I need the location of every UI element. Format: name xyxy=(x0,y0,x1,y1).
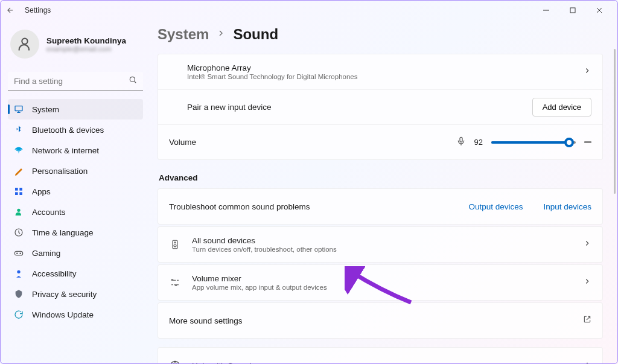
chevron-right-icon xyxy=(583,277,591,288)
minimize-button[interactable] xyxy=(533,2,559,19)
profile-email: example@email.com xyxy=(46,45,126,53)
svg-point-17 xyxy=(174,242,176,243)
all-sound-devices-card[interactable]: All sound devices Turn devices on/off, t… xyxy=(158,226,603,263)
input-devices-link[interactable]: Input devices xyxy=(543,202,591,211)
nav-icon xyxy=(14,228,24,237)
svg-rect-4 xyxy=(15,188,18,191)
sidebar-item-accessibility[interactable]: Accessibility xyxy=(8,263,143,284)
svg-rect-3 xyxy=(15,106,22,111)
volume-mixer-row[interactable]: Volume mixer App volume mix, app input &… xyxy=(158,265,602,300)
volume-mixer-card[interactable]: Volume mixer App volume mix, app input &… xyxy=(158,264,603,301)
chevron-right-icon xyxy=(216,28,226,40)
nav-icon xyxy=(14,145,24,155)
mixer-sub: App volume mix, app input & output devic… xyxy=(192,284,583,291)
svg-point-11 xyxy=(17,253,18,254)
svg-rect-10 xyxy=(14,251,22,255)
advanced-heading: Advanced xyxy=(159,173,603,182)
nav-icon xyxy=(14,207,24,217)
search-input[interactable] xyxy=(14,77,129,86)
profile-block[interactable]: Supreeth Koundinya example@email.com xyxy=(8,25,143,68)
nav-label: Windows Update xyxy=(32,310,94,319)
sidebar-item-time-language[interactable]: Time & language xyxy=(8,222,143,243)
speaker-device-icon xyxy=(169,238,181,251)
nav-icon xyxy=(14,310,24,319)
add-device-button[interactable]: Add device xyxy=(532,98,591,117)
microphone-icon[interactable] xyxy=(456,136,466,148)
sidebar-item-privacy-security[interactable]: Privacy & security xyxy=(8,284,143,304)
svg-rect-5 xyxy=(19,188,22,191)
chevron-right-icon xyxy=(583,239,591,250)
svg-rect-7 xyxy=(19,192,22,195)
volume-slider[interactable] xyxy=(491,141,576,144)
nav-label: Gaming xyxy=(32,249,60,258)
mic-title: Microphone Array xyxy=(187,63,583,72)
avatar xyxy=(10,30,39,59)
nav-icon xyxy=(14,104,24,114)
open-external-icon xyxy=(583,315,591,326)
all-devices-sub: Turn devices on/off, troubleshoot, other… xyxy=(192,246,583,253)
globe-icon xyxy=(169,360,181,363)
mic-subtitle: Intel® Smart Sound Technology for Digita… xyxy=(187,73,583,80)
window-title: Settings xyxy=(25,6,51,14)
breadcrumb: System Sound xyxy=(158,20,603,54)
volume-value: 92 xyxy=(474,138,483,147)
svg-rect-0 xyxy=(570,8,575,13)
input-volume-row: Volume 92 xyxy=(158,124,602,159)
svg-point-8 xyxy=(17,209,20,212)
nav-list: SystemBluetooth & devicesNetwork & inter… xyxy=(8,99,143,325)
chevron-up-icon xyxy=(583,360,591,363)
sidebar: Supreeth Koundinya example@email.com Sys… xyxy=(1,20,150,363)
nav-label: System xyxy=(32,105,59,114)
mixer-icon xyxy=(169,277,181,288)
troubleshoot-card: Troubleshoot common sound problems Outpu… xyxy=(158,188,603,225)
svg-point-2 xyxy=(130,77,135,81)
close-button[interactable] xyxy=(586,2,613,19)
nav-label: Apps xyxy=(32,187,51,196)
nav-label: Accounts xyxy=(32,208,66,217)
sidebar-item-system[interactable]: System xyxy=(8,99,143,120)
sidebar-item-apps[interactable]: Apps xyxy=(8,181,143,202)
nav-icon xyxy=(14,166,24,176)
content-area: System Sound Microphone Array Intel® Sma… xyxy=(150,20,617,363)
mixer-title: Volume mixer xyxy=(192,274,583,283)
sidebar-item-network-internet[interactable]: Network & internet xyxy=(8,140,143,161)
chevron-right-icon xyxy=(583,66,591,77)
nav-icon xyxy=(14,187,24,196)
microphone-array-row[interactable]: Microphone Array Intel® Smart Sound Tech… xyxy=(158,54,602,89)
help-with-sound-card[interactable]: Help with Sound xyxy=(158,347,603,363)
svg-point-13 xyxy=(17,270,20,273)
pair-device-row: Pair a new input device Add device xyxy=(158,89,602,124)
all-devices-title: All sound devices xyxy=(192,236,583,245)
search-icon[interactable] xyxy=(129,75,137,86)
back-button[interactable] xyxy=(5,5,15,15)
sidebar-item-bluetooth-devices[interactable]: Bluetooth & devices xyxy=(8,120,143,140)
scrollbar-thumb[interactable] xyxy=(614,49,616,194)
sidebar-item-accounts[interactable]: Accounts xyxy=(8,202,143,222)
output-devices-link[interactable]: Output devices xyxy=(468,202,523,211)
more-sound-settings-row[interactable]: More sound settings xyxy=(158,303,602,338)
nav-label: Personalisation xyxy=(32,167,88,176)
volume-label: Volume xyxy=(169,138,456,147)
input-devices-card: Microphone Array Intel® Smart Sound Tech… xyxy=(158,54,603,160)
nav-icon xyxy=(14,125,24,135)
help-label: Help with Sound xyxy=(192,361,583,364)
nav-icon xyxy=(14,248,24,258)
nav-label: Bluetooth & devices xyxy=(32,126,104,135)
breadcrumb-current: Sound xyxy=(233,26,278,43)
sidebar-item-windows-update[interactable]: Windows Update xyxy=(8,304,143,325)
nav-label: Privacy & security xyxy=(32,290,97,299)
all-sound-devices-row[interactable]: All sound devices Turn devices on/off, t… xyxy=(158,227,602,262)
troubleshoot-label: Troubleshoot common sound problems xyxy=(169,202,468,211)
help-with-sound-row[interactable]: Help with Sound xyxy=(158,348,602,363)
more-sound-settings-card[interactable]: More sound settings xyxy=(158,302,603,339)
troubleshoot-row: Troubleshoot common sound problems Outpu… xyxy=(158,189,602,224)
maximize-button[interactable] xyxy=(559,2,586,19)
profile-name: Supreeth Koundinya xyxy=(46,36,126,45)
search-box[interactable] xyxy=(8,72,143,91)
sidebar-item-gaming[interactable]: Gaming xyxy=(8,243,143,263)
breadcrumb-parent[interactable]: System xyxy=(158,26,209,43)
nav-label: Network & internet xyxy=(32,146,99,155)
svg-rect-14 xyxy=(460,137,462,142)
svg-point-12 xyxy=(20,253,21,254)
sidebar-item-personalisation[interactable]: Personalisation xyxy=(8,161,143,181)
